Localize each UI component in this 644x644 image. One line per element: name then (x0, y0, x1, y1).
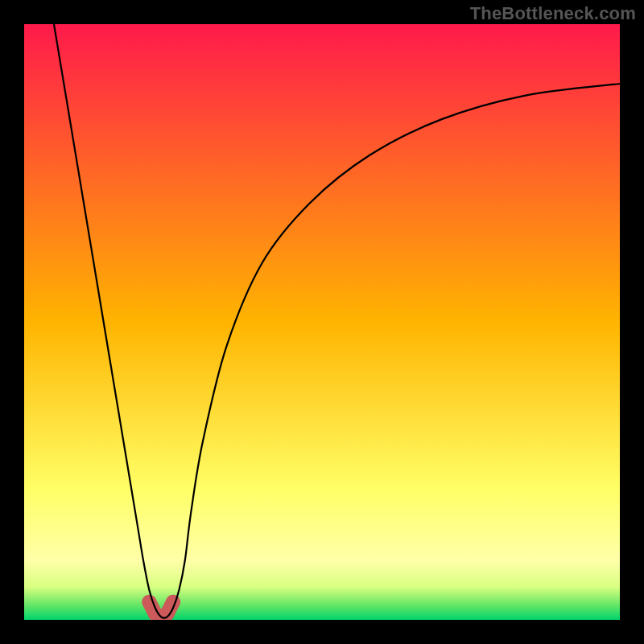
chart-svg (24, 24, 620, 620)
chart-frame: TheBottleneck.com (0, 0, 644, 644)
watermark: TheBottleneck.com (470, 3, 636, 24)
plot-area (24, 24, 620, 620)
gradient-background (24, 24, 620, 620)
